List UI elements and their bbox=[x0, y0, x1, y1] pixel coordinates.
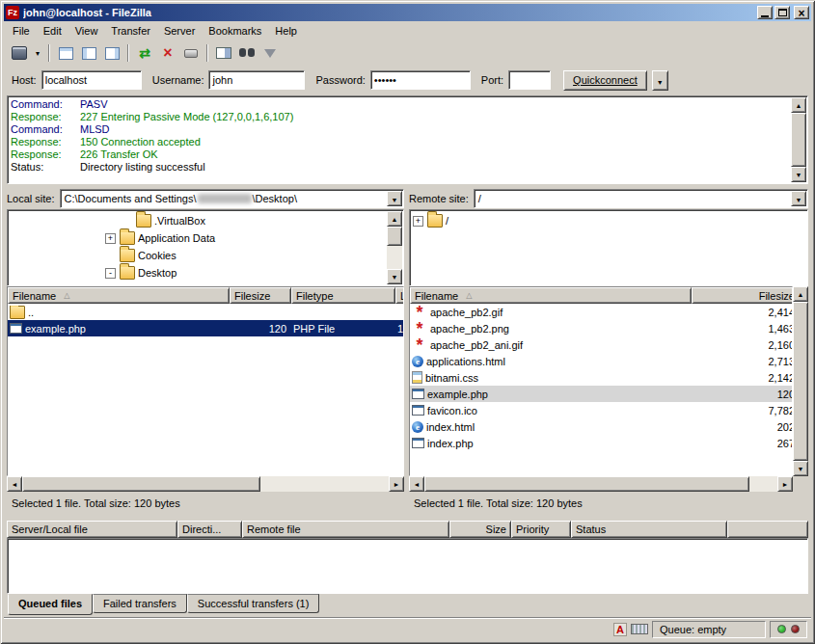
close-button[interactable] bbox=[794, 6, 809, 19]
log-scrollbar[interactable] bbox=[791, 97, 806, 182]
column-header-filename[interactable]: Filename△ bbox=[8, 287, 230, 304]
minimize-button[interactable] bbox=[757, 6, 773, 19]
toolbar-filter-button[interactable] bbox=[258, 42, 282, 64]
scrollbar-thumb[interactable] bbox=[791, 113, 806, 167]
file-row[interactable]: index.php267 bbox=[410, 435, 792, 451]
toolbar-toggle-log-button[interactable] bbox=[54, 42, 77, 64]
password-input[interactable] bbox=[370, 70, 471, 90]
maximize-button[interactable] bbox=[774, 6, 790, 19]
local-list-hscrollbar[interactable] bbox=[7, 476, 404, 492]
menu-bookmarks[interactable]: Bookmarks bbox=[202, 22, 268, 40]
remote-list-hscrollbar[interactable] bbox=[409, 476, 793, 492]
file-row[interactable]: applications.html2,713 bbox=[410, 353, 792, 369]
column-header-filesize[interactable]: Filesize bbox=[230, 287, 291, 304]
tree-expander-icon[interactable]: + bbox=[413, 216, 423, 227]
column-header-filesize[interactable]: Filesize bbox=[692, 287, 792, 304]
menu-help[interactable]: Help bbox=[268, 22, 304, 40]
file-row[interactable]: example.php120PHP File1 bbox=[8, 320, 403, 336]
local-site-combo[interactable]: C:\Documents and Settings\\Desktop\ bbox=[60, 189, 404, 208]
quickconnect-dropdown-button[interactable] bbox=[652, 70, 668, 91]
tab-queued-files[interactable]: Queued files bbox=[8, 594, 93, 615]
close-icon bbox=[798, 4, 804, 21]
local-tree-scrollbar[interactable] bbox=[387, 211, 402, 284]
tree-item-desktop[interactable]: -Desktop bbox=[9, 264, 386, 282]
file-row[interactable]: example.php120 bbox=[410, 386, 792, 402]
remote-list-vscrollbar[interactable] bbox=[793, 286, 808, 476]
file-row[interactable]: index.html202 bbox=[410, 418, 792, 435]
column-header-status[interactable]: Status bbox=[571, 521, 727, 538]
column-header-directi[interactable]: Directi... bbox=[177, 521, 242, 538]
local-file-list: Filename△FilesizeFiletypeL ..example.php… bbox=[7, 286, 404, 476]
scrollbar-thumb[interactable] bbox=[387, 227, 402, 246]
tree-item-virtualbox[interactable]: .VirtualBox bbox=[9, 212, 386, 229]
column-header-size[interactable]: Size bbox=[449, 521, 511, 538]
file-row[interactable]: bitnami.css2,142 bbox=[410, 369, 792, 386]
log-line: Command:MLSD bbox=[11, 123, 788, 136]
port-input[interactable] bbox=[508, 70, 551, 90]
file-row[interactable]: .. bbox=[8, 304, 403, 320]
scroll-up-button[interactable] bbox=[791, 97, 806, 113]
scroll-down-button[interactable] bbox=[791, 167, 806, 182]
file-row[interactable]: *apache_pb2_ani.gif2,160 bbox=[410, 336, 792, 353]
local-site-combo-dropdown[interactable] bbox=[387, 191, 402, 206]
scrollbar-thumb[interactable] bbox=[22, 476, 260, 492]
scrollbar-track[interactable] bbox=[22, 476, 389, 492]
maximize-icon bbox=[778, 9, 787, 16]
file-name-text: example.php bbox=[25, 323, 86, 335]
file-row[interactable]: *apache_pb2.png1,463 bbox=[410, 320, 792, 336]
toolbar-refresh-button[interactable]: ⇄ bbox=[133, 42, 156, 64]
scrollbar-thumb[interactable] bbox=[793, 302, 808, 461]
toolbar-site-manager-button[interactable] bbox=[8, 42, 31, 64]
menu-view[interactable]: View bbox=[68, 22, 105, 40]
scroll-down-button[interactable] bbox=[387, 269, 402, 284]
toolbar-toggle-local-tree-button[interactable] bbox=[77, 42, 100, 64]
tree-expander-icon[interactable]: - bbox=[105, 268, 116, 279]
scroll-down-button[interactable] bbox=[793, 461, 808, 476]
scroll-up-button[interactable] bbox=[387, 211, 402, 227]
column-header-remote-file[interactable]: Remote file bbox=[242, 521, 449, 538]
scrollbar-track[interactable] bbox=[791, 113, 806, 167]
scrollbar-corner bbox=[793, 476, 808, 492]
site-manager-icon bbox=[12, 46, 27, 60]
tree-item-application-data[interactable]: +Application Data bbox=[9, 229, 386, 247]
toolbar-toggle-remote-tree-button[interactable] bbox=[100, 42, 123, 64]
username-input[interactable] bbox=[208, 70, 305, 90]
scroll-right-button[interactable] bbox=[389, 476, 404, 492]
status-bar: A Queue: empty bbox=[4, 617, 811, 640]
tree-expander-icon[interactable]: + bbox=[105, 233, 116, 244]
menu-server[interactable]: Server bbox=[157, 22, 202, 40]
menu-edit[interactable]: Edit bbox=[37, 22, 68, 40]
tab-failed-transfers[interactable]: Failed transfers bbox=[93, 594, 187, 613]
toolbar-find-files-button[interactable] bbox=[235, 42, 258, 64]
column-header-server-local-file[interactable]: Server/Local file bbox=[7, 521, 177, 538]
tree-item-[interactable]: +/ bbox=[411, 212, 806, 229]
column-header-filename[interactable]: Filename△ bbox=[410, 287, 692, 304]
scroll-up-button[interactable] bbox=[793, 286, 808, 302]
menu-file[interactable]: File bbox=[6, 22, 37, 40]
column-header-filetype[interactable]: Filetype bbox=[291, 287, 395, 304]
scrollbar-thumb[interactable] bbox=[424, 476, 749, 492]
scrollbar-track[interactable] bbox=[793, 302, 808, 461]
toolbar-disconnect-button[interactable] bbox=[179, 42, 203, 64]
scroll-right-button[interactable] bbox=[777, 476, 793, 492]
remote-site-combo[interactable]: / bbox=[474, 189, 808, 208]
scroll-left-button[interactable] bbox=[7, 476, 22, 492]
file-row[interactable]: favicon.ico7,782 bbox=[410, 402, 792, 418]
toolbar-directory-compare-button[interactable] bbox=[212, 42, 235, 64]
column-header-l[interactable]: L bbox=[395, 287, 403, 304]
toolbar-site-manager-dropdown-button[interactable]: ▾ bbox=[31, 42, 44, 64]
menu-transfer[interactable]: Transfer bbox=[104, 22, 157, 40]
scrollbar-track[interactable] bbox=[387, 227, 402, 269]
file-row[interactable]: *apache_pb2.gif2,414 bbox=[410, 304, 792, 320]
tree-item-cookies[interactable]: Cookies bbox=[9, 247, 386, 264]
tab-successful-transfers-1[interactable]: Successful transfers (1) bbox=[187, 594, 320, 613]
scrollbar-track[interactable] bbox=[424, 476, 777, 492]
remote-site-combo-dropdown[interactable] bbox=[791, 191, 806, 206]
scroll-left-button[interactable] bbox=[409, 476, 424, 492]
toolbar-cancel-button[interactable]: × bbox=[156, 42, 179, 64]
quickconnect-button[interactable]: Quickconnect bbox=[563, 70, 647, 91]
title-bar[interactable]: Fz john@localhost - FileZilla bbox=[4, 4, 811, 21]
host-input[interactable] bbox=[41, 70, 142, 90]
site-manager-dropdown-icon: ▾ bbox=[36, 49, 40, 58]
column-header-priority[interactable]: Priority bbox=[511, 521, 571, 538]
